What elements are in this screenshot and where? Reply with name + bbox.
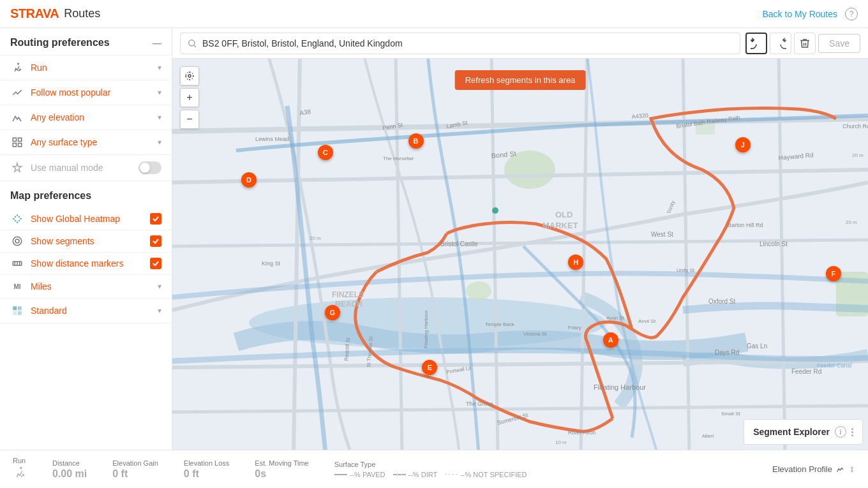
- svg-text:King St: King St: [262, 260, 281, 267]
- status-bar: Run Distance 0.00 mi Elevation Gain 0 ft…: [0, 450, 868, 488]
- svg-text:Unity St: Unity St: [677, 267, 695, 273]
- locate-button[interactable]: [180, 66, 199, 85]
- manual-icon: [10, 162, 24, 174]
- surface-stat: Surface Type --% PAVED --% DIRT --% NOT …: [334, 461, 527, 478]
- header-right: Back to My Routes ?: [763, 8, 858, 20]
- sidebar-item-distance-markers[interactable]: Show distance markers: [0, 253, 172, 275]
- svg-text:The Grove: The Grove: [466, 401, 493, 407]
- segments-checkbox[interactable]: [150, 235, 161, 247]
- sidebar-item-manual-mode[interactable]: Use manual mode: [0, 155, 172, 181]
- segment-explorer-info-icon[interactable]: i: [835, 426, 846, 438]
- sidebar-item-run[interactable]: Run ▾: [0, 55, 172, 80]
- miles-chevron-icon: ▾: [158, 282, 161, 291]
- dirt-label: --% DIRT: [408, 471, 438, 478]
- svg-text:Feeder Canal: Feeder Canal: [817, 362, 852, 369]
- svg-text:Barton Hill Rd: Barton Hill Rd: [728, 222, 763, 228]
- distance-stat: Distance 0.00 mi: [52, 459, 87, 480]
- svg-point-20: [466, 281, 491, 300]
- redo-button[interactable]: [770, 33, 791, 54]
- svg-text:Floating Harbour: Floating Harbour: [423, 310, 429, 348]
- run-stat-label: Run: [13, 457, 26, 464]
- sidebar-item-surface[interactable]: Any surface type ▾: [0, 130, 172, 155]
- header: STRAVA Routes Back to My Routes ?: [0, 0, 868, 28]
- redo-icon: [775, 38, 786, 49]
- svg-text:Church Rd: Church Rd: [842, 123, 868, 129]
- run-icon: [10, 62, 24, 73]
- elevation-loss-stat: Elevation Loss 0 ft: [184, 459, 230, 480]
- waypoint-B[interactable]: B: [408, 133, 424, 149]
- svg-rect-13: [18, 306, 22, 310]
- segment-explorer-label: Segment Explorer: [753, 427, 830, 437]
- elevation-gain-stat: Elevation Gain 0 ft: [112, 459, 158, 480]
- svg-text:Friary: Friary: [568, 325, 581, 330]
- back-to-routes-link[interactable]: Back to My Routes: [763, 9, 838, 19]
- paved-label: --% PAVED: [350, 471, 385, 478]
- sidebar-item-elevation[interactable]: Any elevation ▾: [0, 105, 172, 130]
- standard-chevron-icon: ▾: [158, 306, 161, 315]
- delete-button[interactable]: [794, 33, 816, 54]
- check-icon: [152, 215, 160, 223]
- waypoint-D[interactable]: D: [241, 172, 257, 188]
- search-input[interactable]: [202, 38, 733, 48]
- distance-markers-checkbox[interactable]: [150, 258, 161, 269]
- svg-point-0: [189, 40, 195, 45]
- waypoint-J[interactable]: J: [735, 137, 751, 152]
- search-wrap: [180, 33, 740, 54]
- sidebar-item-standard[interactable]: Standard ▾: [0, 299, 172, 323]
- waypoint-F[interactable]: F: [826, 266, 841, 281]
- sidebar: Routing preferences — Run ▾ Follow most …: [0, 28, 172, 488]
- map-controls: + −: [180, 66, 199, 131]
- sidebar-item-heatmap[interactable]: Show Global Heatmap: [0, 208, 172, 230]
- svg-text:Temple Back: Temple Back: [485, 322, 515, 327]
- sidebar-item-segments[interactable]: Show segments: [0, 230, 172, 253]
- map-container[interactable]: Bond St A38 Hayward Rd West St Oxford St…: [172, 59, 868, 450]
- svg-point-7: [13, 237, 22, 246]
- waypoint-A[interactable]: A: [603, 332, 618, 348]
- standard-label: Standard: [31, 306, 158, 316]
- svg-text:REACH: REACH: [335, 300, 363, 309]
- distance-markers-label: Show distance markers: [31, 258, 150, 269]
- manual-mode-toggle[interactable]: [138, 161, 161, 174]
- elevation-gain-label: Elevation Gain: [112, 459, 158, 467]
- refresh-segments-button[interactable]: Refresh segments in this area: [455, 70, 586, 90]
- waypoint-H[interactable]: H: [568, 255, 583, 270]
- segment-explorer-panel: Segment Explorer i: [744, 419, 863, 445]
- help-icon[interactable]: ?: [845, 8, 858, 20]
- waypoint-C[interactable]: C: [318, 145, 333, 160]
- run-stat-icon: [13, 466, 27, 482]
- svg-rect-14: [13, 311, 17, 315]
- svg-text:Avon St: Avon St: [606, 315, 625, 321]
- trash-icon: [799, 38, 811, 49]
- unspecified-dash: [445, 474, 458, 475]
- segment-explorer-drag-handle[interactable]: [851, 428, 853, 436]
- run-stat: Run: [13, 457, 27, 482]
- svg-text:River Avon: River Avon: [568, 429, 595, 436]
- sidebar-item-follow-popular[interactable]: Follow most popular ▾: [0, 80, 172, 105]
- map-background: Bond St A38 Hayward Rd West St Oxford St…: [172, 59, 868, 450]
- dirt-dash: [393, 474, 406, 475]
- sidebar-collapse-button[interactable]: —: [153, 38, 161, 48]
- elevation-profile-button[interactable]: Elevation Profile: [772, 464, 855, 474]
- waypoint-E[interactable]: E: [422, 360, 437, 375]
- undo-button[interactable]: [745, 33, 767, 54]
- waypoint-G[interactable]: G: [325, 305, 340, 320]
- svg-text:Gas Ln: Gas Ln: [747, 343, 767, 350]
- check-icon2: [152, 237, 160, 245]
- paved-surface: --% PAVED: [334, 471, 385, 478]
- svg-rect-5: [19, 144, 22, 147]
- svg-rect-15: [18, 311, 22, 315]
- locate-icon: [184, 71, 195, 81]
- zoom-in-button[interactable]: +: [180, 88, 199, 107]
- strava-logo: STRAVA: [10, 6, 59, 21]
- paved-dash: [334, 474, 347, 475]
- zoom-out-button[interactable]: −: [180, 110, 199, 129]
- svg-text:Floating Harbour: Floating Harbour: [594, 383, 646, 391]
- save-button[interactable]: Save: [818, 34, 860, 53]
- heatmap-checkbox[interactable]: [150, 213, 161, 225]
- svg-text:West St: West St: [651, 231, 673, 238]
- elevation-profile-icon: [836, 465, 845, 474]
- map-preferences-title: Map preferences: [0, 181, 172, 208]
- heatmap-label: Show Global Heatmap: [31, 214, 150, 224]
- elevation-loss-value: 0 ft: [184, 468, 230, 480]
- sidebar-item-miles[interactable]: MI Miles ▾: [0, 275, 172, 299]
